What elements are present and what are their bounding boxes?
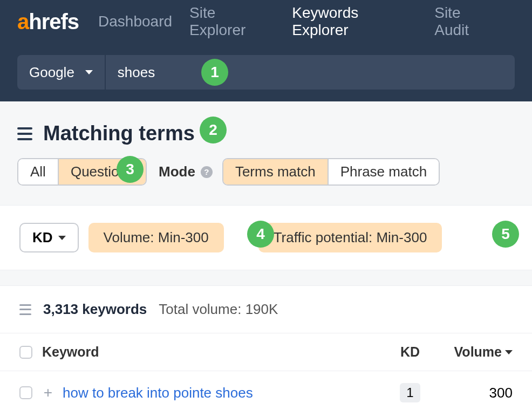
columns-icon[interactable] — [19, 304, 31, 315]
chevron-down-icon — [58, 236, 66, 240]
keyword-link[interactable]: how to break into pointe shoes — [63, 385, 253, 401]
annotation-badge-2: 2 — [200, 117, 227, 144]
volume-filter-pill[interactable]: Volume: Min-300 — [88, 223, 224, 252]
chevron-down-icon — [85, 70, 93, 74]
tp-pill-label: Traffic potential: Min-300 — [274, 229, 427, 246]
summary-row: 3,313 keywords Total volume: 190K — [0, 286, 532, 333]
traffic-potential-filter-pill[interactable]: Traffic potential: Min-300 — [258, 223, 442, 252]
expand-icon[interactable]: + — [42, 387, 54, 399]
search-bar: Google shoes 1 — [0, 43, 532, 101]
row-checkbox[interactable] — [19, 386, 32, 399]
tab-phrase-match[interactable]: Phrase match — [329, 159, 439, 184]
annotation-badge-5: 5 — [492, 221, 519, 248]
annotation-badge-4: 4 — [247, 221, 274, 248]
filter-pills-panel: KD Volume: Min-300 Traffic potential: Mi… — [0, 205, 532, 270]
kd-filter-button[interactable]: KD — [19, 223, 79, 252]
annotation-badge-1: 1 — [201, 59, 228, 86]
search-query: shoes — [118, 64, 155, 81]
logo[interactable]: ahrefs — [17, 10, 79, 34]
menu-icon[interactable] — [17, 127, 32, 140]
sort-desc-icon — [505, 350, 513, 354]
search-input[interactable]: shoes — [106, 55, 515, 90]
table-header: Keyword KD Volume — [0, 333, 532, 371]
annotation-badge-3: 3 — [117, 156, 144, 183]
mode-label: Mode ? — [159, 163, 213, 180]
search-engine-label: Google — [29, 64, 74, 81]
kd-chip: 1 — [400, 383, 420, 402]
results-panel: 3,313 keywords Total volume: 190K Keywor… — [0, 285, 532, 410]
nav-keywords-explorer[interactable]: Keywords Explorer — [292, 4, 417, 39]
mode-label-text: Mode — [159, 163, 195, 180]
tab-terms-match[interactable]: Terms match — [223, 159, 329, 184]
filter-tabs-row: All Questions Mode ? Terms match Phrase … — [0, 158, 532, 200]
col-header-kd-label: KD — [400, 344, 420, 359]
volume-value: 300 — [489, 385, 513, 401]
tab-all[interactable]: All — [18, 159, 59, 184]
section-title: Matching terms — [43, 122, 195, 145]
col-header-volume[interactable]: Volume — [437, 344, 513, 360]
cell-keyword: + how to break into pointe shoes — [42, 385, 383, 401]
nav-site-explorer[interactable]: Site Explorer — [189, 4, 275, 39]
cell-volume: 300 — [437, 385, 513, 401]
col-header-keyword[interactable]: Keyword — [42, 344, 383, 360]
volume-pill-label: Volume: Min-300 — [104, 229, 209, 246]
search-engine-select[interactable]: Google — [17, 55, 105, 90]
table-row: + how to break into pointe shoes 1 300 — [0, 371, 532, 410]
col-header-volume-label: Volume — [454, 344, 502, 360]
nav-site-audit[interactable]: Site Audit — [434, 4, 497, 39]
cell-kd: 1 — [383, 383, 437, 402]
total-volume: Total volume: 190K — [159, 301, 278, 318]
section-title-row: Matching terms 2 — [0, 101, 532, 158]
main-content: Matching terms 2 All Questions Mode ? Te… — [0, 101, 532, 410]
help-icon[interactable]: ? — [201, 166, 213, 178]
keyword-count: 3,313 keywords — [43, 301, 147, 318]
col-header-kd[interactable]: KD — [383, 344, 437, 360]
logo-first: a — [17, 10, 29, 33]
nav-dashboard[interactable]: Dashboard — [98, 13, 172, 30]
top-nav: ahrefs Dashboard Site Explorer Keywords … — [0, 0, 532, 43]
col-header-keyword-label: Keyword — [42, 344, 99, 360]
mode-toggle-group: Terms match Phrase match — [222, 158, 440, 186]
select-all-checkbox[interactable] — [19, 346, 32, 359]
logo-rest: hrefs — [29, 10, 79, 33]
kd-btn-label: KD — [32, 229, 53, 246]
